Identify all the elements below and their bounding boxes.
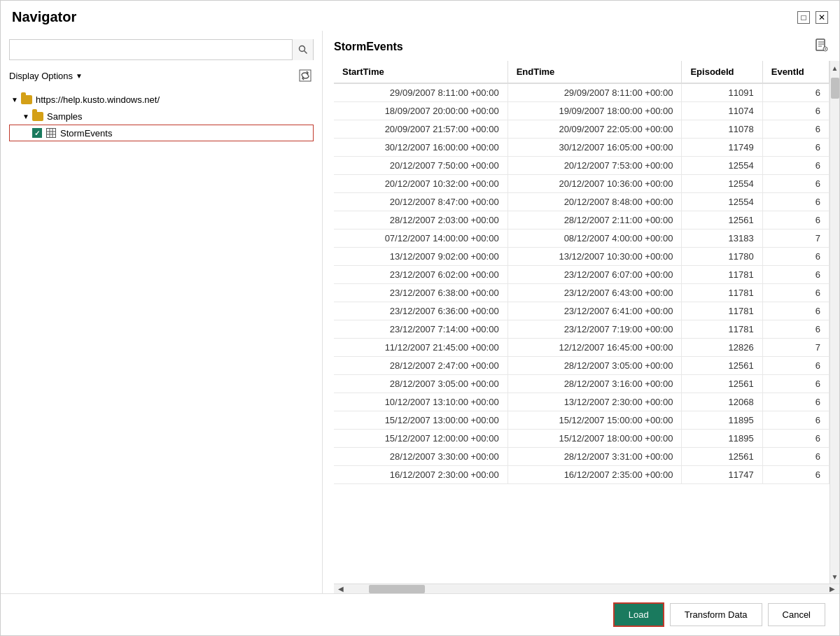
table-row: 20/09/2007 21:57:00 +00:00 20/09/2007 22… xyxy=(334,120,830,139)
cell-starttime: 20/12/2007 8:47:00 +00:00 xyxy=(334,193,507,211)
search-button[interactable] xyxy=(292,39,313,60)
col-header-endtime[interactable]: EndTime xyxy=(507,61,682,83)
refresh-icon[interactable] xyxy=(297,67,314,84)
cell-episodeid: 11074 xyxy=(682,102,762,120)
minimize-button[interactable]: □ xyxy=(797,11,810,24)
scroll-track-v[interactable] xyxy=(830,75,840,570)
cell-endtime: 19/09/2007 18:00:00 +00:00 xyxy=(507,102,682,120)
right-panel: StormEvents xyxy=(323,31,839,593)
cell-episodeid: 13183 xyxy=(682,229,762,248)
table-row: 30/12/2007 16:00:00 +00:00 30/12/2007 16… xyxy=(334,139,830,157)
cell-starttime: 28/12/2007 3:05:00 +00:00 xyxy=(334,375,507,393)
col-header-episodeid[interactable]: EpisodeId xyxy=(682,61,762,83)
vertical-scrollbar[interactable]: ▲ ▼ xyxy=(830,61,839,584)
cell-eventid: 6 xyxy=(762,375,829,393)
display-options-button[interactable]: Display Options ▼ xyxy=(9,71,83,81)
scroll-track-h[interactable] xyxy=(348,584,825,594)
tree-table-item[interactable]: StormEvents xyxy=(9,125,314,141)
scroll-right-arrow[interactable]: ▶ xyxy=(825,584,839,594)
cell-episodeid: 12561 xyxy=(682,375,762,393)
content-area: Display Options ▼ ▼ xyxy=(1,31,839,593)
title-bar-controls: □ ✕ xyxy=(797,11,828,24)
search-icon xyxy=(298,45,308,55)
cell-starttime: 20/09/2007 21:57:00 +00:00 xyxy=(334,120,507,139)
scroll-down-arrow[interactable]: ▼ xyxy=(830,570,840,584)
cell-episodeid: 11781 xyxy=(682,266,762,284)
table-row: 23/12/2007 6:38:00 +00:00 23/12/2007 6:4… xyxy=(334,284,830,302)
table-row: 11/12/2007 21:45:00 +00:00 12/12/2007 16… xyxy=(334,339,830,357)
cell-episodeid: 12554 xyxy=(682,157,762,175)
cell-endtime: 15/12/2007 15:00:00 +00:00 xyxy=(507,411,682,430)
table-row: 28/12/2007 3:05:00 +00:00 28/12/2007 3:1… xyxy=(334,375,830,393)
cancel-button[interactable]: Cancel xyxy=(768,603,825,626)
horizontal-scrollbar[interactable]: ◀ ▶ xyxy=(334,584,839,593)
svg-line-1 xyxy=(304,51,307,54)
cell-starttime: 28/12/2007 3:30:00 +00:00 xyxy=(334,448,507,466)
scroll-left-arrow[interactable]: ◀ xyxy=(334,584,348,594)
table-scroll-area[interactable]: StartTime EndTime EpisodeId EventId 29/0… xyxy=(334,61,830,584)
cell-endtime: 23/12/2007 6:07:00 +00:00 xyxy=(507,266,682,284)
cell-eventid: 7 xyxy=(762,229,829,248)
display-options-label: Display Options xyxy=(9,71,73,81)
cell-episodeid: 12068 xyxy=(682,393,762,411)
table-row: 20/12/2007 8:47:00 +00:00 20/12/2007 8:4… xyxy=(334,193,830,211)
cell-episodeid: 11895 xyxy=(682,430,762,448)
table-row: 20/12/2007 10:32:00 +00:00 20/12/2007 10… xyxy=(334,175,830,193)
cell-endtime: 23/12/2007 6:41:00 +00:00 xyxy=(507,302,682,320)
tree-server-item[interactable]: ▼ https://help.kusto.windows.net/ xyxy=(9,91,314,108)
cell-eventid: 6 xyxy=(762,83,829,102)
table-row: 23/12/2007 6:36:00 +00:00 23/12/2007 6:4… xyxy=(334,302,830,320)
table-row: 28/12/2007 3:30:00 +00:00 28/12/2007 3:3… xyxy=(334,448,830,466)
cell-eventid: 6 xyxy=(762,157,829,175)
cell-endtime: 20/12/2007 7:53:00 +00:00 xyxy=(507,157,682,175)
col-header-starttime[interactable]: StartTime xyxy=(334,61,507,83)
cell-endtime: 20/12/2007 10:36:00 +00:00 xyxy=(507,175,682,193)
transform-data-button[interactable]: Transform Data xyxy=(670,603,762,626)
cell-episodeid: 11781 xyxy=(682,284,762,302)
cell-endtime: 13/12/2007 10:30:00 +00:00 xyxy=(507,248,682,266)
close-button[interactable]: ✕ xyxy=(816,11,828,24)
search-input[interactable] xyxy=(10,42,292,58)
cell-eventid: 6 xyxy=(762,430,829,448)
cell-eventid: 6 xyxy=(762,320,829,339)
table-checkbox-icon[interactable] xyxy=(32,128,42,138)
toolbar-row: Display Options ▼ xyxy=(9,67,314,84)
table-row: 07/12/2007 14:00:00 +00:00 08/12/2007 4:… xyxy=(334,229,830,248)
search-box-container xyxy=(9,39,314,60)
tree-db-item[interactable]: ▼ Samples xyxy=(9,108,314,125)
cell-eventid: 6 xyxy=(762,302,829,320)
scroll-thumb-h[interactable] xyxy=(369,585,425,593)
table-name-label: StormEvents xyxy=(60,128,112,139)
table-icon xyxy=(45,127,57,139)
cell-starttime: 18/09/2007 20:00:00 +00:00 xyxy=(334,102,507,120)
cell-episodeid: 11747 xyxy=(682,466,762,484)
table-row: 18/09/2007 20:00:00 +00:00 19/09/2007 18… xyxy=(334,102,830,120)
server-url-label: https://help.kusto.windows.net/ xyxy=(36,94,160,105)
cell-endtime: 28/12/2007 3:31:00 +00:00 xyxy=(507,448,682,466)
cell-eventid: 6 xyxy=(762,411,829,430)
cell-eventid: 6 xyxy=(762,175,829,193)
cell-starttime: 15/12/2007 12:00:00 +00:00 xyxy=(334,430,507,448)
cell-endtime: 12/12/2007 16:45:00 +00:00 xyxy=(507,339,682,357)
scroll-up-arrow[interactable]: ▲ xyxy=(830,61,840,75)
cell-starttime: 11/12/2007 21:45:00 +00:00 xyxy=(334,339,507,357)
table-row: 20/12/2007 7:50:00 +00:00 20/12/2007 7:5… xyxy=(334,157,830,175)
table-row: 28/12/2007 2:03:00 +00:00 28/12/2007 2:1… xyxy=(334,211,830,229)
cell-endtime: 28/12/2007 3:16:00 +00:00 xyxy=(507,375,682,393)
col-header-eventid[interactable]: EventId xyxy=(762,61,829,83)
chevron-down-icon: ▼ xyxy=(76,72,83,80)
data-source-icon xyxy=(814,38,828,55)
table-row: 16/12/2007 2:30:00 +00:00 16/12/2007 2:3… xyxy=(334,466,830,484)
cell-episodeid: 12561 xyxy=(682,448,762,466)
cell-eventid: 6 xyxy=(762,211,829,229)
table-row: 10/12/2007 13:10:00 +00:00 13/12/2007 2:… xyxy=(334,393,830,411)
cell-episodeid: 11781 xyxy=(682,320,762,339)
cell-eventid: 6 xyxy=(762,120,829,139)
load-button[interactable]: Load xyxy=(613,602,664,627)
cell-episodeid: 11749 xyxy=(682,139,762,157)
cell-endtime: 16/12/2007 2:35:00 +00:00 xyxy=(507,466,682,484)
cell-endtime: 20/12/2007 8:48:00 +00:00 xyxy=(507,193,682,211)
table-row: 23/12/2007 7:14:00 +00:00 23/12/2007 7:1… xyxy=(334,320,830,339)
data-table: StartTime EndTime EpisodeId EventId 29/0… xyxy=(334,61,830,484)
scroll-thumb-v[interactable] xyxy=(831,78,839,99)
